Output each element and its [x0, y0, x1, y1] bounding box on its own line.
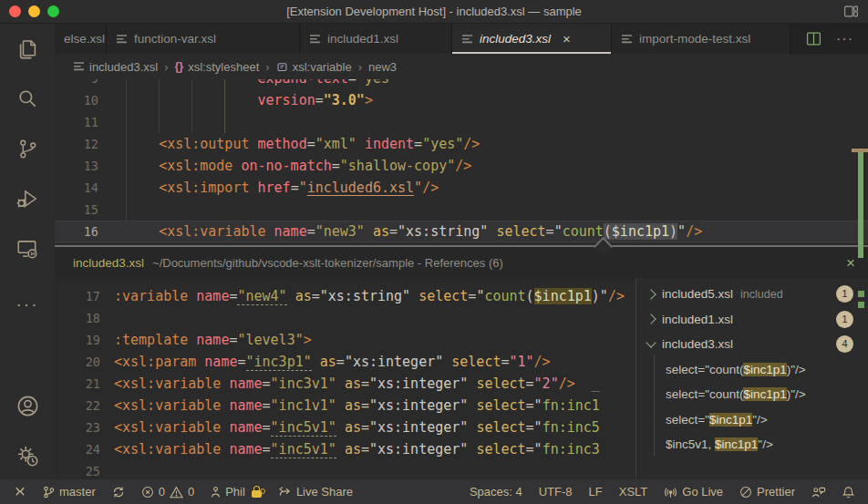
- code-line-20[interactable]: 20<xsl:param name="inc3p1" as="xs:intege…: [55, 351, 636, 373]
- code-line-21[interactable]: 21<xsl:variable name="inc3v1" as="xs:int…: [55, 373, 636, 395]
- code-line-19[interactable]: 19:template name="level3">: [55, 329, 636, 351]
- status-language-mode[interactable]: XSLT: [611, 479, 656, 504]
- activity-account-icon[interactable]: [15, 393, 40, 418]
- status-encoding[interactable]: UTF-8: [531, 479, 581, 504]
- status-problems[interactable]: 00: [133, 479, 202, 504]
- reference-item[interactable]: select="count($inc1p1)"/>: [666, 382, 868, 406]
- person-icon: [211, 486, 221, 499]
- reference-file-name: included1.xsl: [662, 313, 733, 326]
- code-text: <xsl:variable name="inc1v1" as="xs:integ…: [114, 395, 600, 417]
- line-number: 23: [55, 417, 100, 438]
- broadcast-icon: [664, 486, 677, 499]
- minimize-window-button[interactable]: [28, 5, 40, 17]
- peek-header: included3.xsl ~/Documents/github/vscode-…: [55, 247, 868, 278]
- tab-close-icon[interactable]: ×: [563, 31, 571, 46]
- code-line-13[interactable]: 13 <xsl:mode on-no-match="shallow-copy"/…: [55, 155, 868, 177]
- code-editor[interactable]: 9 expand-text="yes"10 version="3.0">1112…: [55, 79, 868, 479]
- chevron-down-icon[interactable]: [646, 337, 656, 347]
- tab-label: import-mode-test.xsl: [639, 32, 750, 46]
- code-line-17[interactable]: 17:variable name="new4" as="xs:string" s…: [55, 285, 636, 307]
- editor-more-actions-icon[interactable]: ···: [836, 31, 853, 47]
- breadcrumb-item-included3.xsl[interactable]: included3.xsl: [73, 60, 158, 74]
- line-number: 20: [55, 351, 100, 373]
- code-text: :template name="level3">: [114, 329, 312, 351]
- chevron-right-icon[interactable]: [646, 314, 656, 324]
- xsl-file-icon: [621, 34, 633, 45]
- reference-file-name: included3.xsl: [662, 337, 733, 351]
- code-line-15[interactable]: 15: [55, 199, 868, 221]
- line-number: 13: [55, 155, 98, 177]
- code-line-14[interactable]: 14 <xsl:import href="included6.xsl"/>: [55, 177, 868, 199]
- activity-settings-sync-icon[interactable]: [15, 443, 40, 468]
- activity-more-icon[interactable]: ···: [15, 292, 40, 317]
- status-prettier[interactable]: Prettier: [731, 479, 803, 504]
- status-notifications[interactable]: [834, 479, 863, 504]
- editor-group: else.xslfunction-var.xslincluded1.xslinc…: [55, 24, 868, 479]
- peek-file-path: ~/Documents/github/vscode-xslt-tokenizer…: [152, 256, 503, 270]
- code-text: <xsl:variable name="inc3v1" as="xs:integ…: [114, 373, 600, 395]
- symbol-field-icon: [276, 61, 288, 73]
- reference-file-row-included5.xsl[interactable]: included5.xslincluded1: [636, 282, 868, 306]
- status-label: LF: [589, 485, 603, 499]
- status-remote-indicator[interactable]: [5, 479, 35, 504]
- breadcrumb-item-new3[interactable]: new3: [368, 60, 397, 74]
- line-number: 9: [55, 79, 98, 89]
- line-number: 14: [55, 177, 98, 199]
- lock-icon: [252, 490, 262, 498]
- status-sync[interactable]: [104, 479, 133, 504]
- status-go-live[interactable]: Go Live: [656, 479, 731, 504]
- code-line-10[interactable]: 10 version="3.0">: [55, 89, 868, 111]
- tab-else.xsl[interactable]: else.xsl: [55, 24, 107, 54]
- status-live-share[interactable]: Live Share: [270, 479, 361, 504]
- reference-item[interactable]: select="$inc1p1"/>: [666, 407, 868, 432]
- status-account-phil[interactable]: Phil: [202, 479, 270, 504]
- reference-item[interactable]: $inc5v1, $inc1p1"/>: [666, 432, 868, 457]
- activity-search-icon[interactable]: [15, 86, 40, 111]
- code-line-12[interactable]: 12 <xsl:output method="xml" indent="yes"…: [55, 133, 868, 155]
- zoom-window-button[interactable]: [47, 5, 59, 17]
- code-line-25[interactable]: 25: [55, 460, 636, 478]
- reference-count-badge: 1: [836, 285, 853, 303]
- chevron-right-icon[interactable]: [646, 289, 656, 299]
- reference-file-row-included1.xsl[interactable]: included1.xsl1: [636, 307, 868, 332]
- line-number: 24: [55, 438, 100, 460]
- activity-source-control-icon[interactable]: [15, 136, 40, 161]
- reference-item[interactable]: select="count($inc1p1)"/>: [666, 357, 868, 382]
- tab-import-mode-test.xsl[interactable]: import-mode-test.xsl: [612, 24, 790, 54]
- code-line-24[interactable]: 24<xsl:variable name="inc5v1" as="xs:int…: [55, 438, 636, 460]
- customize-layout-icon[interactable]: [843, 4, 859, 23]
- breadcrumb-item-xsl:variable[interactable]: xsl:variable: [276, 60, 352, 74]
- tab-included1.xsl[interactable]: included1.xsl: [300, 24, 452, 54]
- activity-explorer-icon[interactable]: [15, 36, 40, 61]
- tab-function-var.xsl[interactable]: function-var.xsl: [107, 24, 300, 54]
- reference-file-row-included3.xsl[interactable]: included3.xsl4: [636, 332, 868, 356]
- code-line-9[interactable]: 9 expand-text="yes": [55, 79, 868, 89]
- peek-code-editor[interactable]: 17:variable name="new4" as="xs:string" s…: [55, 278, 636, 478]
- code-line-11[interactable]: 11: [55, 111, 868, 133]
- activity-remote-explorer-icon[interactable]: [15, 236, 40, 262]
- bell-icon: [842, 486, 854, 499]
- code-text: <xsl:variable name="new3" as="xs:string"…: [126, 221, 702, 242]
- branch-icon: [43, 486, 55, 499]
- status-indentation[interactable]: Spaces: 4: [461, 479, 531, 504]
- close-window-button[interactable]: [9, 5, 21, 17]
- code-line-22[interactable]: 22<xsl:variable name="inc1v1" as="xs:int…: [55, 395, 636, 417]
- code-line-16[interactable]: 16 <xsl:variable name="new3" as="xs:stri…: [55, 221, 868, 242]
- status-feedback[interactable]: [803, 479, 834, 504]
- line-number: 21: [55, 373, 100, 395]
- activity-run-debug-icon[interactable]: [15, 186, 40, 211]
- status-eol[interactable]: LF: [581, 479, 611, 504]
- activity-bar: ···: [0, 24, 55, 479]
- status-git-branch[interactable]: master: [35, 479, 104, 504]
- code-line-18[interactable]: 18: [55, 307, 636, 329]
- status-label: Phil: [225, 485, 245, 499]
- peek-close-icon[interactable]: ×: [846, 255, 855, 271]
- code-line-23[interactable]: 23<xsl:variable name="inc5v1" as="xs:int…: [55, 417, 636, 438]
- split-editor-icon[interactable]: [806, 31, 822, 46]
- breadcrumb-item-xsl:stylesheet[interactable]: {}xsl:stylesheet: [175, 60, 260, 74]
- code-text: <xsl:import href="included6.xsl"/>: [126, 177, 439, 199]
- tab-label: else.xsl: [64, 32, 105, 46]
- tab-included3.xsl[interactable]: included3.xsl×: [452, 24, 612, 54]
- status-label: 0: [159, 485, 165, 499]
- breadcrumb-separator: ›: [265, 60, 269, 74]
